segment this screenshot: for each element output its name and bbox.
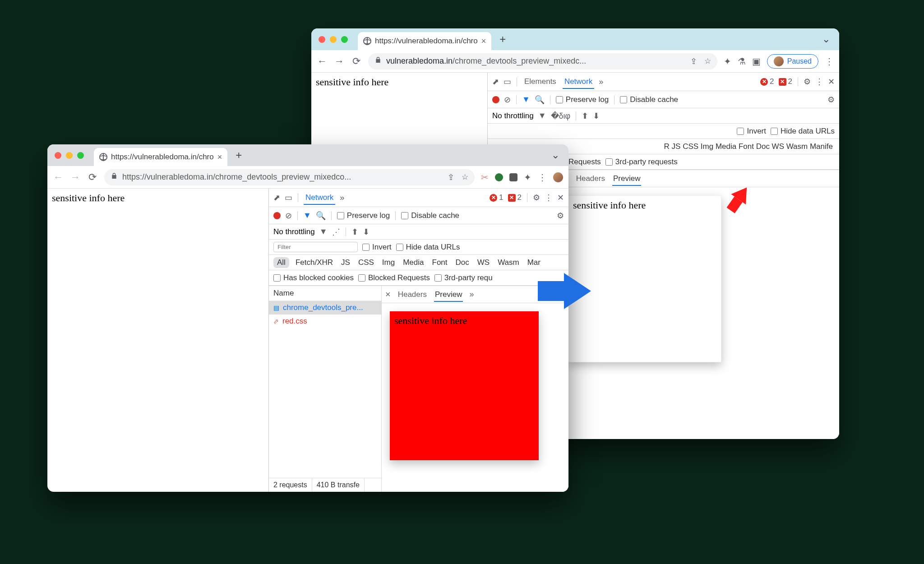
puzzle-icon[interactable]: ✦	[724, 56, 731, 67]
subtab-preview[interactable]: Preview	[612, 171, 641, 186]
filter-tag[interactable]: WS	[476, 257, 491, 268]
puzzle-icon[interactable]: ✦	[524, 172, 531, 183]
forward-button[interactable]: →	[334, 55, 345, 67]
browser-tab[interactable]: https://vulnerabledoma.in/chro ×	[94, 148, 227, 166]
new-tab-button[interactable]: +	[231, 148, 246, 163]
maximize-window-icon[interactable]	[77, 152, 84, 159]
filter-tags-fragment[interactable]: R JS CSS Img Media Font Doc WS Wasm Mani…	[662, 141, 835, 152]
record-icon[interactable]	[273, 212, 281, 219]
wifi-icon[interactable]: ⋰	[332, 227, 340, 237]
clear-icon[interactable]: ⊘	[504, 95, 511, 105]
upload-icon[interactable]: ⬆	[351, 227, 358, 237]
kebab-icon[interactable]: ⋮	[545, 193, 553, 203]
gear-icon[interactable]: ⚙	[557, 211, 564, 221]
tabs-overflow-icon[interactable]: »	[599, 77, 603, 87]
tabs-overflow-icon[interactable]: »	[340, 193, 344, 203]
inspect-icon[interactable]: ⬈	[273, 193, 280, 203]
gear-icon[interactable]: ⚙	[533, 193, 540, 203]
third-party-checkbox[interactable]: 3rd-party requ	[434, 273, 493, 282]
back-button[interactable]: ←	[53, 171, 64, 183]
filter-tag[interactable]: Fetch/XHR	[294, 257, 335, 268]
tab-network[interactable]: Network	[563, 74, 594, 89]
request-row[interactable]: ▤ chrome_devtools_pre...	[269, 301, 381, 314]
preserve-log-checkbox[interactable]: Preserve log	[337, 211, 390, 220]
bookmark-icon[interactable]: ☆	[704, 56, 711, 66]
filter-icon[interactable]: ▼	[522, 95, 530, 104]
filter-input[interactable]	[273, 242, 358, 252]
filter-tag[interactable]: Img	[380, 257, 397, 268]
share-icon[interactable]: ⇪	[690, 56, 697, 66]
chevron-down-icon[interactable]: ▼	[538, 111, 546, 120]
hide-urls-checkbox[interactable]: Hide data URLs	[396, 243, 460, 252]
disable-cache-checkbox[interactable]: Disable cache	[620, 95, 678, 104]
tab-network[interactable]: Network	[304, 190, 335, 205]
subtab-headers[interactable]: Headers	[397, 287, 428, 302]
minimize-window-icon[interactable]	[66, 152, 73, 159]
clear-icon[interactable]: ⊘	[285, 211, 292, 221]
throttling-select[interactable]: No throttling	[273, 227, 315, 236]
filter-tag[interactable]: Doc	[454, 257, 471, 268]
search-icon[interactable]: 🔍	[316, 211, 326, 221]
tab-overflow-icon[interactable]: ⌄	[822, 33, 835, 45]
subtabs-overflow-icon[interactable]: »	[469, 290, 474, 299]
close-tab-icon[interactable]: ×	[481, 37, 486, 46]
maximize-window-icon[interactable]	[341, 36, 348, 43]
preserve-log-checkbox[interactable]: Preserve log	[556, 95, 609, 104]
reload-button[interactable]: ⟳	[351, 55, 362, 67]
invert-checkbox[interactable]: Invert	[737, 127, 766, 136]
panel-icon[interactable]: ▣	[752, 56, 761, 67]
blocked-cookies-checkbox[interactable]: Has blocked cookies	[273, 273, 354, 282]
error-badge[interactable]: ✕2	[760, 77, 774, 86]
extension-icon[interactable]	[509, 173, 517, 181]
subtab-preview[interactable]: Preview	[434, 287, 463, 302]
reload-button[interactable]: ⟳	[87, 171, 98, 183]
extension-icon[interactable]	[495, 173, 503, 181]
bookmark-icon[interactable]: ☆	[462, 172, 468, 182]
browser-tab[interactable]: https://vulnerabledoma.in/chro ×	[358, 32, 491, 50]
filter-tag[interactable]: Wasm	[496, 257, 521, 268]
close-window-icon[interactable]	[55, 152, 61, 159]
search-icon[interactable]: 🔍	[535, 95, 545, 105]
device-icon[interactable]: ▭	[504, 77, 511, 87]
filter-tag[interactable]: Mar	[526, 257, 542, 268]
throttling-select[interactable]: No throttling	[492, 111, 534, 120]
hide-urls-checkbox[interactable]: Hide data URLs	[771, 127, 835, 136]
blocked-requests-checkbox[interactable]: Blocked Requests	[358, 273, 430, 282]
gear-icon[interactable]: ⚙	[827, 95, 835, 105]
inspect-icon[interactable]: ⬈	[492, 77, 499, 87]
avatar-icon[interactable]	[553, 172, 563, 182]
new-tab-button[interactable]: +	[495, 32, 510, 47]
back-button[interactable]: ←	[317, 55, 328, 67]
close-devtools-icon[interactable]: ✕	[828, 77, 835, 87]
minimize-window-icon[interactable]	[330, 36, 337, 43]
close-tab-icon[interactable]: ×	[217, 153, 222, 162]
address-bar[interactable]: vulnerabledoma.in/chrome_devtools_previe…	[368, 53, 717, 69]
tab-elements[interactable]: Elements	[522, 74, 558, 89]
close-devtools-icon[interactable]: ✕	[557, 193, 564, 203]
record-icon[interactable]	[492, 96, 499, 103]
close-details-icon[interactable]: ×	[385, 289, 391, 300]
filter-tag[interactable]: CSS	[356, 257, 376, 268]
column-header-name[interactable]: Name	[269, 286, 381, 301]
download-icon[interactable]: ⬇	[593, 111, 600, 121]
filter-tag[interactable]: JS	[339, 257, 352, 268]
address-bar[interactable]: https://vulnerabledoma.in/chrome_devtool…	[104, 169, 475, 185]
close-window-icon[interactable]	[319, 36, 325, 43]
download-icon[interactable]: ⬇	[363, 227, 370, 237]
filter-icon[interactable]: ▼	[303, 211, 311, 220]
lab-icon[interactable]: ⚗	[738, 56, 746, 67]
forward-button[interactable]: →	[70, 171, 81, 183]
upload-icon[interactable]: ⬆	[582, 111, 588, 121]
invert-checkbox[interactable]: Invert	[362, 243, 392, 252]
request-row[interactable]: ⬀ red.css	[269, 314, 381, 328]
disable-cache-checkbox[interactable]: Disable cache	[401, 211, 459, 220]
filter-tag[interactable]: Media	[401, 257, 425, 268]
tab-overflow-icon[interactable]: ⌄	[551, 149, 564, 161]
chevron-down-icon[interactable]: ▼	[319, 227, 328, 236]
kebab-icon[interactable]: ⋮	[538, 172, 547, 183]
device-icon[interactable]: ▭	[285, 193, 292, 203]
profile-paused-chip[interactable]: Paused	[767, 54, 818, 69]
filter-tag-all[interactable]: All	[273, 257, 289, 268]
scissors-icon[interactable]: ✂	[481, 172, 489, 183]
share-icon[interactable]: ⇪	[448, 172, 454, 182]
